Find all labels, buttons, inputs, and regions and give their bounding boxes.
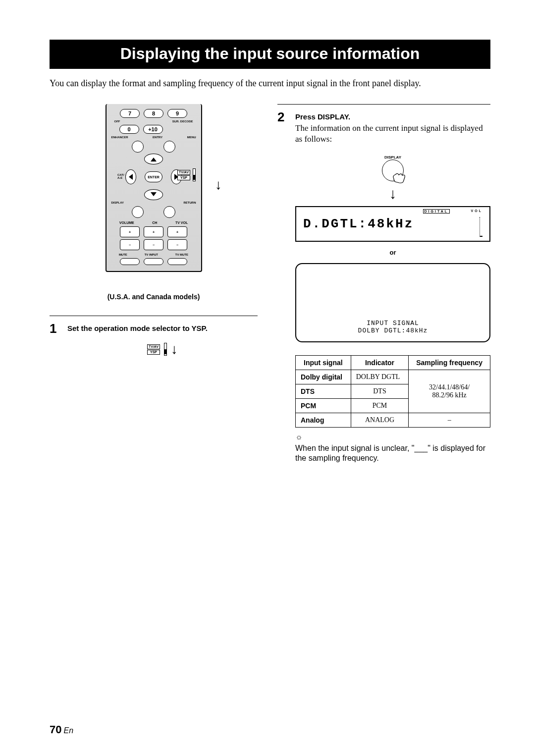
tip-text: When the input signal is unclear, "___" …	[295, 443, 490, 464]
tvvol-down: −	[167, 239, 187, 250]
dpad: ENTER CAT/A-E TV/AV YSP	[126, 155, 181, 199]
row-dolby-signal: Dolby digital	[296, 370, 351, 384]
remote-caption: (U.S.A. and Canada models)	[50, 293, 258, 301]
label-cat: CAT/A-E	[117, 173, 124, 179]
shared-freq: 32/44.1/48/64/ 88.2/96 kHz	[409, 370, 490, 413]
th-input-signal: Input signal	[296, 355, 351, 370]
vol-label: VOL	[471, 209, 482, 213]
row-pcm-indicator: PCM	[351, 398, 409, 413]
step1-title: Set the operation mode selector to YSP.	[67, 324, 258, 332]
btn-display	[132, 206, 144, 218]
page-title: Displaying the input source information	[50, 40, 490, 69]
switch-on-remote: TV/AV YSP	[177, 168, 196, 181]
key-plus10: +10	[143, 125, 163, 134]
ch-up: +	[144, 226, 163, 237]
mode-switch-diagram: TV/AV YSP	[147, 344, 160, 355]
btn-tvmute	[167, 258, 187, 265]
dpad-left-icon	[129, 174, 133, 180]
or-label: or	[295, 249, 490, 256]
row-dts-indicator: DTS	[351, 384, 409, 398]
row-analog-freq: –	[409, 413, 490, 427]
key-9: 9	[167, 109, 187, 118]
btn-enhancer	[132, 141, 144, 153]
key-0: 0	[119, 125, 139, 134]
row-dolby-indicator: DOLBY DGTL	[351, 370, 409, 384]
intro-text: You can display the format and sampling …	[50, 78, 490, 89]
arrow-down-icon: ↓	[171, 342, 178, 356]
row-analog-indicator: ANALOG	[351, 413, 409, 427]
press-display-icon	[382, 160, 404, 181]
label-return: RETURN	[183, 201, 196, 204]
label-entry: ENTRY	[153, 136, 162, 139]
key-7: 7	[120, 109, 140, 118]
label-enhancer: ENHANCER	[111, 136, 128, 139]
tip-icon: ☼	[295, 432, 490, 441]
arrow-down-icon: ↓	[295, 186, 490, 201]
step1-number: 1	[50, 321, 61, 356]
signal-table: Input signal Indicator Sampling frequenc…	[295, 355, 490, 428]
label-ch: CH	[152, 221, 157, 224]
dpad-up-icon	[151, 158, 157, 162]
label-tvvol: TV VOL	[175, 221, 188, 224]
row-analog-signal: Analog	[296, 413, 351, 427]
remote-diagram: 7 8 9 OFF SUR. DECODE 0 +10 ENHANCER ENT…	[106, 104, 202, 272]
display-label: DISPLAY	[295, 155, 490, 160]
digital-badge: DIGITAL	[423, 209, 450, 214]
lcd-display: DIGITAL VOL D.DGTL:48kHz	[295, 206, 490, 242]
label-volume: VOLUME	[119, 221, 134, 224]
key-8: 8	[144, 109, 163, 118]
osd-display: INPUT SIGNAL DOLBY DGTL:48kHz	[295, 263, 490, 342]
step2-title: Press DISPLAY.	[295, 112, 490, 121]
label-mute: MUTE	[119, 253, 127, 256]
step2-desc: The information on the current input sig…	[295, 123, 490, 145]
ch-down: −	[144, 239, 163, 250]
vol-meter-icon	[480, 217, 482, 237]
btn-tvinput	[144, 258, 163, 265]
step2-number: 2	[277, 109, 289, 464]
vol-down: −	[120, 239, 140, 250]
btn-return	[163, 206, 175, 218]
row-dts-signal: DTS	[296, 384, 351, 398]
label-surdecode: SUR. DECODE	[172, 120, 193, 123]
dpad-down-icon	[151, 192, 157, 196]
vol-up: +	[120, 226, 140, 237]
btn-enter: ENTER	[145, 171, 162, 182]
label-display: DISPLAY	[111, 201, 124, 204]
label-menu: MENU	[187, 136, 196, 139]
arrow-down-icon: ↓	[215, 178, 222, 192]
label-tvmute: TV MUTE	[175, 253, 188, 256]
osd-line2: DOLBY DGTL:48kHz	[296, 327, 489, 334]
label-tvinput: TV INPUT	[145, 253, 158, 256]
th-indicator: Indicator	[351, 355, 409, 370]
btn-menu	[163, 141, 175, 153]
label-off: OFF	[114, 120, 120, 123]
row-pcm-signal: PCM	[296, 398, 351, 413]
th-sampling-freq: Sampling frequency	[409, 355, 490, 370]
page-number: 70En	[50, 723, 73, 736]
btn-mute	[120, 258, 140, 265]
lcd-text: D.DGTL:48kHz	[303, 216, 414, 231]
osd-line1: INPUT SIGNAL	[296, 320, 489, 327]
mode-switch-rail	[164, 343, 167, 356]
tvvol-up: +	[167, 226, 187, 237]
